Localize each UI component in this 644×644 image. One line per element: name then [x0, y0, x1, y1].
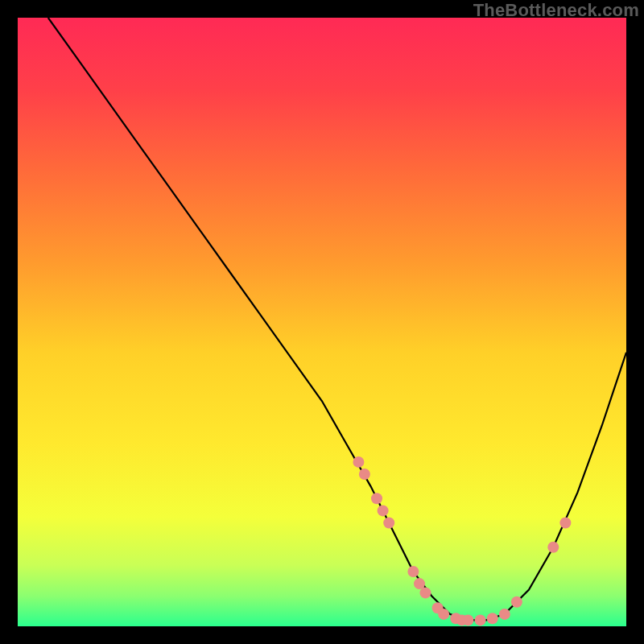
- data-marker: [383, 518, 394, 529]
- chart-frame: [18, 18, 626, 626]
- data-marker: [378, 505, 389, 516]
- data-marker: [462, 614, 473, 625]
- data-marker: [407, 566, 419, 577]
- data-marker: [547, 542, 559, 553]
- data-marker: [359, 469, 370, 480]
- data-marker: [420, 587, 431, 598]
- data-marker: [353, 456, 364, 468]
- data-marker: [371, 493, 382, 504]
- chart-svg: [18, 18, 626, 626]
- gradient-background: [18, 18, 626, 626]
- data-marker: [511, 597, 522, 608]
- watermark-text: TheBottleneck.com: [473, 0, 639, 21]
- data-marker: [499, 609, 510, 620]
- data-marker: [559, 518, 571, 529]
- data-marker: [475, 614, 486, 625]
- data-marker: [487, 613, 498, 624]
- data-marker: [438, 609, 449, 620]
